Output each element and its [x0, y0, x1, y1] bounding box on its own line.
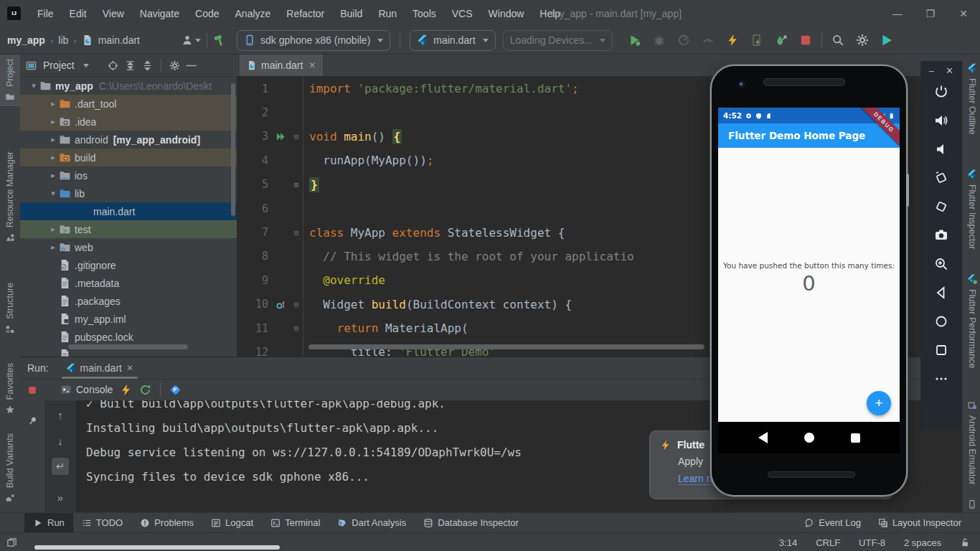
hide-panel-icon[interactable]: — — [187, 60, 197, 71]
tree-item-build[interactable]: ▸build — [20, 149, 237, 166]
tool-window-toggler-icon[interactable] — [6, 537, 17, 548]
device-manager-button[interactable] — [877, 31, 897, 50]
stripe-android-emulator[interactable]: Android Emulator — [963, 400, 980, 485]
nav-overview-icon[interactable] — [851, 433, 860, 443]
chevron-right-icon[interactable]: ▸ — [47, 153, 59, 162]
emulator-minimize-icon[interactable]: – — [929, 65, 934, 76]
collapse-all-icon[interactable] — [142, 60, 153, 71]
zoom-button[interactable] — [929, 250, 953, 278]
nav-home-icon[interactable] — [804, 433, 814, 443]
close-tab-icon[interactable]: ✕ — [126, 363, 133, 373]
toolwindow-dart-analysis[interactable]: Dart Analysis — [329, 513, 415, 533]
chevron-right-icon[interactable]: ▸ — [47, 117, 59, 126]
project-panel-title[interactable]: Project — [43, 60, 75, 71]
status-3-14[interactable]: 3:14 — [779, 537, 797, 548]
hot-restart-icon[interactable] — [139, 384, 151, 396]
toolwindow-terminal[interactable]: Terminal — [262, 513, 329, 533]
tree-item-metadata[interactable]: .metadata — [20, 274, 237, 292]
run-button[interactable] — [625, 31, 645, 50]
fold-marker-icon[interactable]: ⊟ — [290, 220, 303, 244]
chevron-down-icon[interactable]: ▾ — [28, 81, 39, 90]
dart-devtools-icon[interactable] — [169, 384, 182, 396]
select-opened-file-icon[interactable] — [108, 60, 118, 71]
tree-item-my-app[interactable]: ▾my_appC:\Users\Leonardo\Deskt — [20, 77, 237, 95]
em-more-button[interactable] — [929, 364, 953, 393]
toolwindow-logcat[interactable]: Logcat — [202, 513, 262, 533]
em-overview-button[interactable] — [929, 336, 953, 364]
menu-analyze[interactable]: Analyze — [227, 0, 279, 27]
fold-marker-icon[interactable]: ⊟ — [290, 316, 303, 340]
stripe-flutter-performance[interactable]: Flutter Performance — [963, 274, 980, 368]
stripe-flutter-outline[interactable]: Flutter Outline — [963, 63, 980, 135]
target-device-selector[interactable]: Loading Devices... — [503, 30, 613, 51]
minimize-button[interactable]: — — [881, 0, 914, 27]
settings-button[interactable] — [852, 31, 872, 50]
tree-item-pubspec-lock[interactable]: pubspec.lock — [20, 328, 237, 346]
tree-item-dart-tool[interactable]: ▸.dart_tool — [20, 95, 237, 113]
breadcrumb-file[interactable]: main.dart — [98, 34, 140, 46]
menu-file[interactable]: File — [29, 0, 62, 27]
rotate-left-button[interactable] — [929, 164, 953, 192]
run-configuration-selector[interactable]: main.dart — [410, 30, 495, 51]
status-utf-8[interactable]: UTF-8 — [859, 537, 885, 548]
volume-down-button[interactable] — [929, 135, 953, 164]
build-hammer-icon[interactable] — [213, 34, 226, 47]
menu-navigate[interactable]: Navigate — [132, 0, 187, 27]
toolwindow-layout-inspector[interactable]: Layout Inspector — [870, 513, 970, 533]
run-line-icon[interactable] — [271, 130, 290, 143]
fold-marker-icon[interactable]: ⊟ — [290, 293, 303, 316]
volume-up-button[interactable] — [929, 106, 953, 135]
gear-icon[interactable] — [169, 60, 180, 71]
scroll-down-button[interactable]: ↓ — [52, 432, 69, 449]
nav-back-icon[interactable] — [758, 432, 768, 443]
stripe-build-variants[interactable]: Build Variants — [0, 429, 20, 507]
debug-button[interactable] — [649, 31, 669, 50]
menu-window[interactable]: Window — [481, 0, 532, 27]
editor-tab-main-dart[interactable]: main.dart ✕ — [240, 55, 323, 76]
close-tab-icon[interactable]: ✕ — [308, 60, 316, 70]
menu-vcs[interactable]: VCS — [444, 0, 481, 27]
project-vertical-scrollbar[interactable] — [231, 83, 235, 216]
user-profile-icon[interactable] — [182, 34, 193, 46]
close-button[interactable]: ✕ — [947, 0, 980, 27]
stop-button[interactable] — [796, 31, 816, 50]
flutter-attach-button[interactable] — [771, 31, 791, 50]
console-tab[interactable]: Console — [60, 384, 113, 395]
override-icon[interactable] — [271, 298, 290, 311]
menu-build[interactable]: Build — [332, 0, 370, 27]
flutter-hot-restart-button[interactable] — [747, 31, 767, 50]
chevron-right-icon[interactable]: ▸ — [47, 135, 59, 144]
chevron-down-icon[interactable] — [83, 64, 89, 67]
status-crlf[interactable]: CRLF — [816, 537, 840, 548]
emulator-close-icon[interactable]: ✕ — [946, 65, 953, 76]
tree-item-gitignore[interactable]: .gitignore — [20, 256, 237, 274]
tree-item-my-app-iml[interactable]: Imy_app.iml — [20, 310, 237, 328]
breadcrumb-lib[interactable]: lib — [58, 34, 68, 46]
em-home-button[interactable] — [929, 307, 953, 336]
toolwindow-database-inspector[interactable]: Database Inspector — [415, 513, 527, 533]
menu-run[interactable]: Run — [370, 0, 405, 27]
stripe-favorites[interactable]: Favorites — [0, 359, 20, 419]
toolwindow-problems[interactable]: Problems — [131, 513, 202, 533]
fold-marker-icon[interactable]: ⊠ — [290, 173, 303, 197]
soft-wrap-button[interactable]: ↵ — [52, 458, 69, 475]
breadcrumb-project[interactable]: my_app — [7, 34, 45, 46]
flutter-hot-reload-button[interactable] — [722, 31, 743, 50]
power-button[interactable] — [929, 77, 953, 106]
hot-reload-bolt-icon[interactable] — [120, 384, 132, 396]
tree-item-android[interactable]: ▸android[my_app_android] — [20, 131, 237, 149]
tree-item-web[interactable]: ▸web — [20, 238, 237, 256]
profile-button[interactable] — [674, 31, 694, 50]
rotate-right-button[interactable] — [929, 192, 953, 221]
lock-open-icon[interactable] — [960, 537, 970, 547]
device-screen[interactable]: 4:52 Flutter Demo Home Page DEBUG You ha… — [718, 108, 900, 422]
profiler-button[interactable] — [698, 31, 718, 50]
device-selector[interactable]: sdk gphone x86 (mobile) — [237, 30, 390, 51]
pin-icon[interactable] — [27, 415, 38, 426]
bottom-scrollbar[interactable] — [34, 545, 280, 550]
tree-item-packages[interactable]: .packages — [20, 292, 237, 310]
chevron-right-icon[interactable]: ▸ — [47, 225, 59, 234]
menu-code[interactable]: Code — [187, 0, 227, 27]
run-tab-main-dart[interactable]: main.dart ✕ — [59, 357, 141, 379]
menu-tools[interactable]: Tools — [405, 0, 444, 27]
